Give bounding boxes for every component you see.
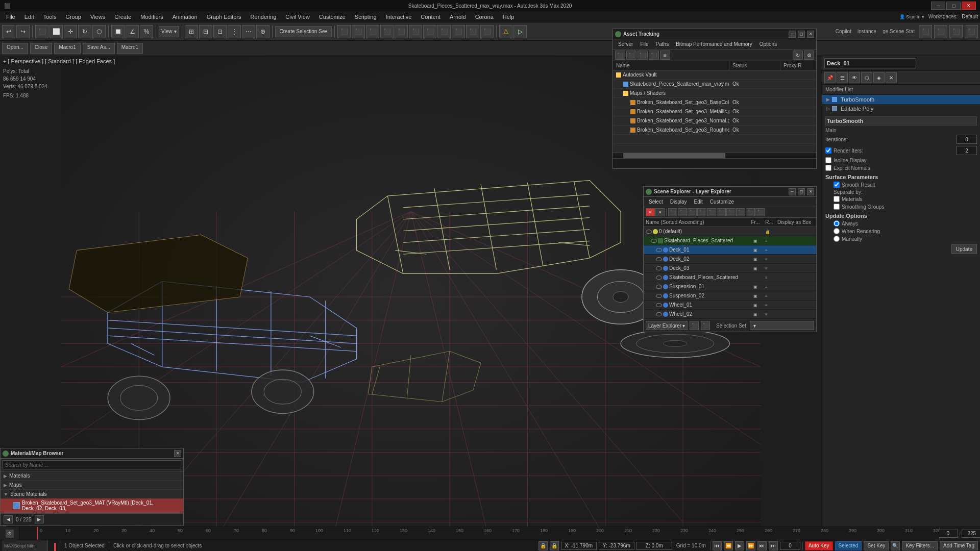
- tb-btn-17[interactable]: ⬛: [480, 25, 494, 38]
- macro1b-button[interactable]: Macro1: [117, 43, 143, 54]
- quick-align-button[interactable]: ⊟: [199, 25, 212, 38]
- lock-button[interactable]: 🔒: [538, 541, 548, 550]
- tb-btn-10[interactable]: ⬛: [380, 25, 394, 38]
- modifier-editable-poly[interactable]: ▷ Editable Poly: [822, 104, 980, 113]
- scene-tb-btn3[interactable]: ⬛: [688, 208, 697, 216]
- menu-arnold[interactable]: Arnold: [446, 13, 470, 21]
- scene-tb-filter-delete[interactable]: ✕: [646, 208, 655, 216]
- asset-tb-refresh[interactable]: ↻: [793, 51, 803, 60]
- scene-menu-select[interactable]: Select: [646, 198, 666, 206]
- scene-panel-close[interactable]: ✕: [807, 188, 814, 195]
- material-panel-titlebar[interactable]: Material/Map Browser ✕: [1, 448, 183, 459]
- scene-tb-btn2[interactable]: ⬛: [678, 208, 687, 216]
- scene-row-deck01[interactable]: Deck_01 ▣ ≡: [644, 245, 816, 255]
- tb-btn-9[interactable]: ⬛: [366, 25, 379, 38]
- mod-tb-stack[interactable]: ☰: [837, 72, 848, 83]
- set-key-button[interactable]: Set Key: [864, 541, 889, 550]
- tb-btn-12[interactable]: ⬛: [409, 25, 422, 38]
- menu-help[interactable]: Help: [499, 13, 519, 21]
- tb-btn-11[interactable]: ⬛: [395, 25, 408, 38]
- snap-angle-button[interactable]: ∠: [126, 25, 139, 38]
- ts-when-rendering-radio[interactable]: [834, 228, 840, 234]
- next-frame-button[interactable]: ⏩: [746, 541, 755, 550]
- create-selection-button[interactable]: Create Selection Se▾: [275, 26, 332, 37]
- scene-menu-display[interactable]: Display: [667, 198, 690, 206]
- scene-tb-btn9[interactable]: ⬛: [746, 208, 755, 216]
- sign-in-button[interactable]: 👤 Sign In ▾: [899, 14, 924, 19]
- play-button[interactable]: ▶: [735, 541, 744, 550]
- asset-menu-file[interactable]: File: [637, 40, 651, 48]
- ts-iterations-input[interactable]: [957, 135, 977, 144]
- scene-row-wheel02[interactable]: Wheel_02 ▣ ≡: [644, 310, 816, 319]
- go-end-button[interactable]: ⏭: [757, 541, 767, 550]
- menu-interactive[interactable]: Interactive: [382, 13, 416, 21]
- ts-always-radio[interactable]: [834, 220, 840, 227]
- asset-menu-options[interactable]: Options: [756, 40, 780, 48]
- asset-panel-restore[interactable]: ◻: [798, 31, 805, 38]
- asset-menu-bitmap[interactable]: Bitmap Performance and Memory: [673, 40, 755, 48]
- asset-tb-btn1[interactable]: ⬛: [615, 51, 625, 60]
- menu-civil-view[interactable]: Civil View: [281, 13, 313, 21]
- save-as-button[interactable]: Save As...: [83, 43, 115, 54]
- mod-tb-remove[interactable]: ✕: [886, 72, 897, 83]
- tb-btn-13[interactable]: ⬛: [423, 25, 436, 38]
- copilot-label[interactable]: Copilot: [834, 29, 853, 34]
- clone-button[interactable]: ⊕: [256, 25, 270, 38]
- asset-row-1[interactable]: Skateboard_Pieces_Scattered_max_vray.max…: [613, 80, 816, 89]
- scene-row-wheel01[interactable]: Wheel_01 ▣ ≡: [644, 300, 816, 310]
- scene-panel-restore[interactable]: ◻: [798, 188, 805, 195]
- ts-smooth-result-check[interactable]: [834, 182, 840, 188]
- scene-row-skateboard-layer[interactable]: Skateboard_Pieces_Scattered ▣ ≡: [644, 236, 816, 245]
- search-button[interactable]: 🔍: [891, 541, 900, 550]
- asset-col-status-header[interactable]: Status: [729, 61, 780, 70]
- scene-tb-btn1[interactable]: ⬛: [668, 208, 677, 216]
- asset-row-6[interactable]: Broken_Skateboard_Set_geo3_Roughness.png…: [613, 126, 816, 135]
- scene-row-susp01[interactable]: Suspension_01 ▣ ≡: [644, 282, 816, 291]
- ts-smoothing-groups-check[interactable]: [834, 204, 840, 210]
- tb-btn-8[interactable]: ⬛: [352, 25, 365, 38]
- view-dropdown[interactable]: View ▾: [159, 26, 179, 37]
- add-time-tag-button[interactable]: Add Time Tag: [940, 541, 978, 550]
- scene-tb-btn8[interactable]: ⬛: [736, 208, 745, 216]
- open-button[interactable]: Open...: [2, 43, 28, 54]
- tb-btn-15[interactable]: ⬛: [452, 25, 465, 38]
- spacing-button[interactable]: ⋯: [242, 25, 255, 38]
- asset-col-name-header[interactable]: Name: [613, 61, 729, 70]
- menu-tools[interactable]: Tools: [39, 13, 61, 21]
- asset-hscroll-thumb[interactable]: [623, 153, 725, 158]
- warning-icon[interactable]: ⚠: [499, 25, 512, 38]
- snap-percent-button[interactable]: %: [140, 25, 153, 38]
- frame-input[interactable]: [938, 530, 958, 538]
- scene-menu-customize[interactable]: Customize: [707, 198, 737, 206]
- asset-tb-btn3[interactable]: ⬛: [638, 51, 648, 60]
- asset-row-0[interactable]: Autodesk Vault: [613, 70, 816, 80]
- prev-frame-button[interactable]: ⏪: [724, 541, 733, 550]
- menu-modifiers[interactable]: Modifiers: [136, 13, 167, 21]
- asset-menu-paths[interactable]: Paths: [653, 40, 672, 48]
- ts-explicit-check[interactable]: [825, 165, 831, 171]
- close-button[interactable]: ✕: [962, 2, 976, 10]
- scene-layer-dropdown[interactable]: Layer Explorer ▾: [646, 321, 688, 330]
- timeline-track[interactable]: 0 10 20 30 40 50 60 70 80 90 100 110 120…: [19, 527, 939, 540]
- material-panel-close[interactable]: ✕: [174, 450, 181, 457]
- ts-render-iters-check[interactable]: [825, 147, 831, 154]
- undo-button[interactable]: ↩: [2, 25, 15, 38]
- asset-row-5[interactable]: Broken_Skateboard_Set_geo3_Normal.png Ok: [613, 116, 816, 126]
- tb-btn-16[interactable]: ⬛: [466, 25, 479, 38]
- tb-btn-14[interactable]: ⬛: [437, 25, 451, 38]
- snap-button[interactable]: 🔲: [111, 25, 125, 38]
- asset-col-proxy-header[interactable]: Proxy R: [780, 61, 816, 70]
- lock2-button[interactable]: 🔒: [550, 541, 559, 550]
- select-region-button[interactable]: ⬜: [50, 25, 63, 38]
- scene-menu-edit[interactable]: Edit: [691, 198, 706, 206]
- ge-scene-stat-label[interactable]: ge Scene Stat: [880, 29, 917, 34]
- instance-label[interactable]: instance: [855, 29, 878, 34]
- asset-tb-btn5[interactable]: ≡: [660, 51, 670, 60]
- scene-col-disp-header[interactable]: Display as Box: [775, 218, 816, 226]
- move-button[interactable]: ✛: [64, 25, 77, 38]
- mirror-button[interactable]: ⊡: [213, 25, 227, 38]
- scene-bottom-btn2[interactable]: ⬛: [701, 321, 710, 330]
- rotate-button[interactable]: ↻: [78, 25, 91, 38]
- menu-corona[interactable]: Corona: [471, 13, 498, 21]
- scene-panel-titlebar[interactable]: Scene Explorer - Layer Explorer ─ ◻ ✕: [644, 187, 816, 197]
